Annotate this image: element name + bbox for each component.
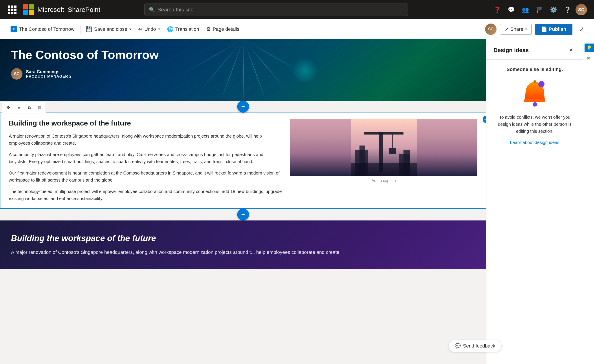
design-ideas-strip-button[interactable]: 💡 <box>585 44 594 52</box>
lightbulb-icon: 💡 <box>587 45 592 51</box>
publish-button[interactable]: 📄 Publish <box>535 24 573 35</box>
image-column: Add a caption <box>290 119 477 202</box>
ms-logo-icon <box>23 4 34 15</box>
settings-icon-button[interactable]: ⚙️ <box>547 4 560 16</box>
collaborator-avatar[interactable]: SC <box>485 24 497 35</box>
section-settings-button[interactable]: ≡ <box>14 103 24 112</box>
toolbar-right: SC ↗ Share ▾ 📄 Publish ⤢ <box>485 24 587 35</box>
learn-design-ideas-link[interactable]: Learn about design ideas <box>510 140 560 145</box>
editor-toolbar: P The Contoso of Tomorrow 💾 Save and clo… <box>0 19 594 39</box>
feedback-label: Send feedback <box>463 343 495 349</box>
microsoft-logo[interactable]: Microsoft <box>23 4 64 15</box>
save-close-button[interactable]: 💾 Save and close ▾ <box>82 24 135 34</box>
collapse-icon: ⤢ <box>579 26 584 33</box>
add-section-bottom-button[interactable]: + <box>237 209 249 220</box>
sharepoint-label: SharePoint <box>68 6 100 13</box>
hero-author-name: Sara Cummings <box>26 69 72 74</box>
main-layout: The Contoso of Tomorrow SC Sara Cummings… <box>0 39 594 364</box>
share-button[interactable]: ↗ Share ▾ <box>500 24 532 34</box>
page-title-label: The Contoso of Tomorrow <box>19 26 74 32</box>
article-para-1: A major renovation of Contoso's Singapor… <box>9 132 283 147</box>
crane-illustration <box>299 119 468 176</box>
top-navigation: Microsoft SharePoint 🔍 Search this site … <box>0 0 594 19</box>
purple-section-body: A major renovation of Contoso's Singapor… <box>11 248 475 256</box>
svg-rect-0 <box>23 4 28 9</box>
nav-right-icons: ❓ 💬 👥 🏴 ⚙️ ❔ SC <box>491 4 587 16</box>
design-panel-body: Someone else is editing. <box>486 60 583 364</box>
undo-button[interactable]: ↩ Undo ▾ <box>135 24 163 34</box>
duplicate-section-button[interactable]: ⧉ <box>24 103 34 112</box>
help-icon: ❓ <box>494 6 501 13</box>
collapse-button[interactable]: ⤢ <box>576 24 587 35</box>
svg-rect-17 <box>533 80 536 83</box>
page-details-button[interactable]: ⚙ Page details <box>202 24 243 34</box>
text-column: Building the workspace of the future A m… <box>9 119 290 202</box>
share-icon-button[interactable]: 👥 <box>519 4 532 16</box>
undo-caret-icon: ▾ <box>158 27 160 31</box>
article-para-2: A community plaza where employees can ga… <box>9 151 283 165</box>
close-icon: ✕ <box>569 47 573 53</box>
svg-rect-3 <box>29 10 34 15</box>
share-caret-icon: ▾ <box>525 27 527 31</box>
translation-label: Translation <box>175 26 199 32</box>
search-icon: 🔍 <box>149 7 155 13</box>
article-body: A major renovation of Contoso's Singapor… <box>9 132 283 202</box>
hero-section: The Contoso of Tomorrow SC Sara Cummings… <box>0 39 486 101</box>
settings-icon: ⚙️ <box>550 6 557 13</box>
design-panel-subtitle: Someone else is editing. <box>506 66 563 72</box>
article-image <box>290 119 477 176</box>
page-indicator[interactable]: P The Contoso of Tomorrow <box>7 24 79 34</box>
right-strip: 💡 ⊟ <box>583 39 594 364</box>
two-column-layout: Building the workspace of the future A m… <box>0 113 486 209</box>
feedback-icon: 💬 <box>508 6 515 13</box>
save-icon: 💾 <box>86 26 92 32</box>
feedback-icon-button[interactable]: 💬 <box>505 4 517 16</box>
share-label: Share <box>510 26 523 32</box>
move-section-button[interactable]: ✥ <box>3 103 13 112</box>
hero-content: The Contoso of Tomorrow SC Sara Cummings… <box>0 39 486 88</box>
share-icon: ↗ <box>505 26 509 32</box>
bell-illustration <box>520 78 550 108</box>
image-caption[interactable]: Add a caption <box>290 176 477 185</box>
filter-icon: ⊟ <box>587 56 590 61</box>
hero-author: SC Sara Cummings PRODUCT MANAGER 2 <box>11 68 475 79</box>
user-avatar[interactable]: SC <box>575 4 587 15</box>
people-icon: 👥 <box>522 6 529 13</box>
design-panel-description: To avoid conflicts, we won't offer you d… <box>493 114 576 135</box>
delete-section-button[interactable]: 🗑 <box>35 103 45 112</box>
purple-section: Building the workspace of the future A m… <box>0 220 486 269</box>
toolbar-separator-1 <box>80 25 81 34</box>
flag-icon-button[interactable]: 🏴 <box>533 4 546 16</box>
hero-author-info: Sara Cummings PRODUCT MANAGER 2 <box>26 69 72 79</box>
article-title: Building the workspace of the future <box>9 119 283 127</box>
design-panel-title: Design ideas <box>493 47 529 54</box>
svg-rect-2 <box>23 10 28 15</box>
waffle-menu-button[interactable] <box>7 4 18 15</box>
search-placeholder: Search this site <box>157 7 194 13</box>
question-icon: ❔ <box>564 6 571 13</box>
translation-button[interactable]: 🌐 Translation <box>163 24 202 34</box>
article-para-4: The technology-fueled, multiphase projec… <box>9 188 283 202</box>
page-icon: P <box>11 26 17 32</box>
design-panel-close-button[interactable]: ✕ <box>566 45 576 55</box>
save-close-caret-icon: ▾ <box>129 27 131 31</box>
help-icon-button[interactable]: ❓ <box>491 4 503 16</box>
save-close-label: Save and close <box>94 26 127 32</box>
filter-strip-button[interactable]: ⊟ <box>584 54 593 63</box>
svg-rect-6 <box>364 132 404 134</box>
send-feedback-button[interactable]: 💬 Send feedback <box>448 340 502 352</box>
svg-rect-14 <box>524 99 545 102</box>
design-ideas-panel: Design ideas ✕ Someone else is editing. <box>486 39 583 364</box>
section-toolbar: ✥ ≡ ⧉ 🗑 <box>2 102 46 113</box>
add-section-top-button[interactable]: + <box>237 101 249 113</box>
svg-point-15 <box>533 102 537 107</box>
search-box[interactable]: 🔍 Search this site <box>144 4 408 16</box>
question-icon-button[interactable]: ❔ <box>561 4 574 16</box>
page-details-label: Page details <box>213 26 239 32</box>
page-content-area[interactable]: The Contoso of Tomorrow SC Sara Cummings… <box>0 39 486 364</box>
svg-point-16 <box>538 81 545 87</box>
article-para-3: Our first major redevelopment is nearing… <box>9 169 283 184</box>
svg-rect-1 <box>29 4 34 9</box>
design-panel-header: Design ideas ✕ <box>486 39 583 60</box>
content-section: ✥ ≡ ⧉ 🗑 ••• Building the workspace of th… <box>0 113 486 209</box>
